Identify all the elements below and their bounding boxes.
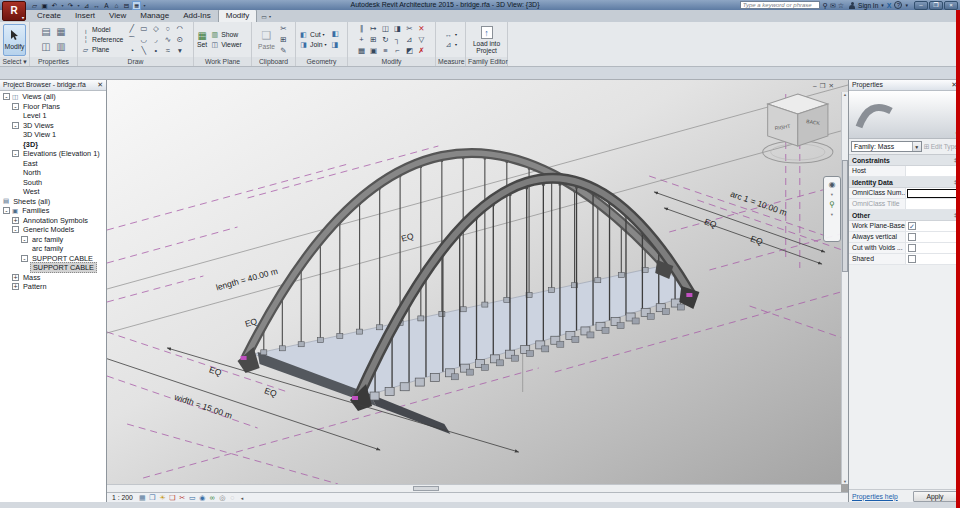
project-browser-close-icon[interactable]: ✕ bbox=[97, 80, 103, 90]
navigation-bar[interactable]: ◉ ▾ ⚲ ▾ bbox=[823, 176, 841, 242]
sun-path-icon[interactable]: ☀ bbox=[158, 493, 167, 502]
modify-tool-trim-icon[interactable]: ┐ bbox=[392, 35, 403, 45]
properties-help-link[interactable]: Properties help bbox=[852, 493, 898, 500]
checkbox[interactable] bbox=[908, 244, 916, 252]
section-identity-data[interactable]: Identity Data‡ bbox=[849, 177, 960, 188]
horizontal-scroll-thumb[interactable] bbox=[413, 486, 439, 491]
project-browser-header[interactable]: Project Browser - bridge.rfa ✕ bbox=[0, 80, 106, 91]
section-other[interactable]: Other‡ bbox=[849, 210, 960, 221]
cut-clipboard-icon[interactable]: ✂ bbox=[278, 24, 289, 34]
draw-model-button[interactable]: ╷Model bbox=[81, 25, 123, 34]
temporary-hide-isolate-icon[interactable]: ∞ bbox=[208, 493, 217, 502]
viewport-close-icon[interactable]: ✕ bbox=[829, 82, 834, 89]
tree-item--3d-[interactable]: {3D} bbox=[0, 140, 106, 150]
qat-customize-qat-icon[interactable]: ▾ bbox=[142, 1, 147, 10]
dropdown-icon[interactable]: ▾ bbox=[455, 30, 457, 39]
qat-thin-lines-icon[interactable]: ≣ bbox=[132, 1, 141, 10]
search-input[interactable] bbox=[740, 1, 820, 9]
draw-tool-spline-through-points-icon[interactable]: ≈ bbox=[162, 46, 173, 56]
tree-item-generic-models[interactable]: -Generic Models bbox=[0, 225, 106, 235]
crop-view-icon[interactable]: ✂ bbox=[178, 493, 187, 502]
ribbon-display-icon[interactable]: ▭ bbox=[261, 13, 267, 20]
scroll-down-icon[interactable]: ▼ bbox=[842, 479, 848, 484]
collapse-icon[interactable]: - bbox=[21, 236, 28, 243]
vertical-scroll-thumb[interactable] bbox=[842, 160, 848, 272]
analysis-display-icon[interactable]: ◌ bbox=[228, 493, 237, 502]
modify-tool-join-2-icon[interactable]: ⌐ bbox=[392, 46, 403, 56]
show-work-plane-button[interactable]: ▥Show bbox=[210, 30, 242, 39]
tree-item-annotation-symbols[interactable]: +Annotation Symbols bbox=[0, 216, 106, 226]
draw-tool-more-draw-icon[interactable]: ▾ bbox=[174, 46, 185, 56]
cut-geometry-icon-small-icon[interactable]: ◧ bbox=[329, 29, 340, 39]
vertical-scrollbar[interactable]: ▲ ▼ bbox=[841, 92, 848, 484]
draw-tool-spline-icon[interactable]: ∿ bbox=[162, 35, 173, 45]
family-type-selector[interactable]: Family: Mass ▼ bbox=[851, 141, 922, 152]
horizontal-scrollbar[interactable] bbox=[107, 484, 841, 492]
tree-item-pattern[interactable]: +Pattern bbox=[0, 282, 106, 292]
set-work-plane-button[interactable]: ▦ Set bbox=[197, 31, 207, 49]
modify-tool-align-icon[interactable]: ∥ bbox=[356, 24, 367, 34]
communication-center-icon[interactable]: ✉ bbox=[830, 2, 836, 9]
selector-dropdown-icon[interactable]: ▼ bbox=[912, 142, 921, 151]
dimension-annotations[interactable]: length = 40.00 m EQ EQ arc 1 = 10.00 m E… bbox=[172, 189, 788, 421]
draw-tool-line-icon[interactable]: ╱ bbox=[126, 24, 137, 34]
properties-palette-icon[interactable]: ◫ bbox=[39, 40, 53, 54]
tree-item-east[interactable]: East bbox=[0, 159, 106, 169]
tree-item-west[interactable]: West bbox=[0, 187, 106, 197]
unlocked-3d-view-icon[interactable]: ◉ bbox=[198, 493, 207, 502]
paste-button[interactable]: ❑ Paste bbox=[258, 29, 275, 50]
tab-create[interactable]: Create bbox=[30, 10, 68, 22]
tree-item-arc-family[interactable]: arc family bbox=[0, 244, 106, 254]
drawing-area[interactable]: length = 40.00 m EQ EQ arc 1 = 10.00 m E… bbox=[107, 80, 848, 502]
viewbar-collapse-icon[interactable]: ◂ bbox=[241, 495, 244, 501]
qat-section-icon[interactable]: ⊟ bbox=[122, 1, 131, 10]
ribbon-display-arrow-icon[interactable]: ▾ bbox=[269, 14, 271, 19]
expand-icon[interactable]: + bbox=[12, 217, 19, 224]
join-geometry-icon-small-icon[interactable]: ◨ bbox=[329, 40, 340, 50]
modify-tool-rotate-icon[interactable]: ↻ bbox=[380, 35, 391, 45]
view-scale-button[interactable]: 1 : 200 bbox=[112, 494, 133, 501]
property-value[interactable] bbox=[906, 243, 960, 253]
qat-open-icon[interactable]: ▱ bbox=[30, 1, 39, 10]
family-category-icon[interactable]: ▤ bbox=[39, 25, 53, 39]
detail-level-icon[interactable]: ▦ bbox=[138, 493, 147, 502]
qat-redo-icon[interactable]: ↷ bbox=[66, 1, 75, 10]
draw-tool-fillet-arc-icon[interactable]: ◞ bbox=[150, 35, 161, 45]
properties-header[interactable]: Properties ✕ bbox=[849, 80, 960, 91]
modify-tool-copy-icon[interactable]: ⊞ bbox=[368, 35, 379, 45]
sign-in-button[interactable]: Sign In bbox=[858, 2, 878, 9]
family-types-icon[interactable]: ▦ bbox=[54, 25, 68, 39]
tree-item-families[interactable]: -▣Families bbox=[0, 206, 106, 216]
apply-button[interactable]: Apply bbox=[913, 491, 957, 502]
tab-view[interactable]: View bbox=[102, 10, 133, 22]
steering-wheel-icon[interactable]: ◉ bbox=[829, 180, 836, 189]
qat-save-icon[interactable]: ▣ bbox=[40, 1, 49, 10]
close-button[interactable]: × bbox=[944, 1, 958, 10]
modify-button[interactable]: Modify bbox=[3, 24, 26, 56]
qat-aligned-dimension-icon[interactable]: ↔ bbox=[92, 1, 101, 10]
expand-icon[interactable]: + bbox=[12, 283, 19, 290]
tree-item-floor-plans[interactable]: -Floor Plans bbox=[0, 102, 106, 112]
qat-undo-icon[interactable]: ↶ bbox=[50, 1, 59, 10]
shadows-icon[interactable]: ❏ bbox=[168, 493, 177, 502]
property-value[interactable]: ✓ bbox=[906, 221, 960, 231]
measure-along-element-button[interactable]: ⊿▾ bbox=[444, 40, 457, 49]
draw-tool-center-ends-arc-icon[interactable]: ⌒ bbox=[126, 35, 137, 45]
modify-tool-unpin-icon[interactable]: ✗ bbox=[416, 46, 427, 56]
visual-style-icon[interactable]: ❒ bbox=[148, 493, 157, 502]
favorites-icon[interactable]: ☆ bbox=[838, 2, 844, 9]
draw-tool-rectangle-icon[interactable]: ▭ bbox=[138, 24, 149, 34]
zoom-icon[interactable]: ⚲ bbox=[829, 200, 835, 209]
join-geometry-button[interactable]: ◨Join ▾ bbox=[299, 40, 326, 49]
modify-tool-split-icon[interactable]: ✂ bbox=[404, 24, 415, 34]
draw-tool-polygon-icon[interactable]: ◇ bbox=[150, 24, 161, 34]
tree-item-arc-family[interactable]: -arc family bbox=[0, 235, 106, 245]
measure-between-refs-button[interactable]: ↔▾ bbox=[444, 30, 457, 39]
viewport-minimize-icon[interactable]: – bbox=[813, 82, 817, 89]
dropdown-icon[interactable]: ▾ bbox=[455, 40, 457, 49]
minimize-button[interactable]: – bbox=[914, 1, 928, 10]
viewer-button[interactable]: ◫Viewer bbox=[210, 40, 242, 49]
draw-tool-ellipse-icon[interactable]: ⊙ bbox=[174, 35, 185, 45]
help-arrow-icon[interactable]: ▾ bbox=[905, 1, 908, 10]
scroll-up-icon[interactable]: ▲ bbox=[842, 92, 848, 97]
